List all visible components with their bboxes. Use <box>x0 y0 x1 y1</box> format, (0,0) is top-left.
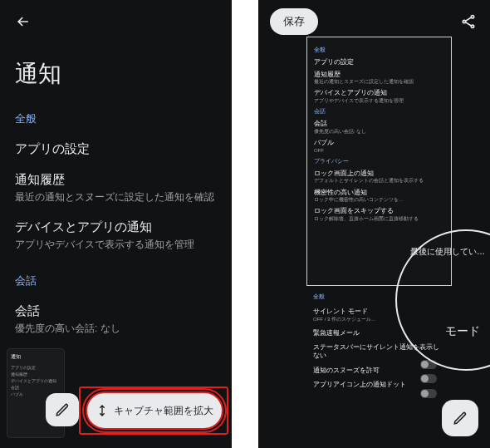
ex-row: バブルOFF <box>314 139 444 154</box>
thumb-line: デバイスとアプリの通知 <box>11 377 61 384</box>
row-title: 会話 <box>15 303 217 319</box>
ex-row: 通知履歴最近の通知とスヌーズに設定した通知を確認 <box>314 71 444 86</box>
settings-row-notification-history[interactable]: 通知履歴 最近の通知とスヌーズに設定した通知を確認 <box>15 172 217 204</box>
ex-section-header: 会話 <box>314 107 451 116</box>
settings-row-app-settings[interactable]: アプリの設定 <box>15 141 217 157</box>
section-header-conversations: 会話 <box>15 273 232 288</box>
extend-capture-button[interactable]: キャプチャ範囲を拡大 <box>86 391 223 430</box>
settings-row-device-app-notifications[interactable]: デバイスとアプリの通知 アプリやデバイスで表示する通知を管理 <box>15 219 217 252</box>
save-label: 保存 <box>283 14 305 29</box>
settings-row-conversations[interactable]: 会話 優先度の高い会話: なし <box>15 303 217 336</box>
ex-row-silent-mode[interactable]: サイレント モードOFF / 3 件のスケジュール… <box>313 308 445 322</box>
ex-row-emergency-mail[interactable]: 緊急速報メール <box>313 329 445 337</box>
ex-row: デバイスとアプリの通知アプリやデバイスで表示する通知を管理 <box>314 89 444 104</box>
ex-row-statusbar-silent[interactable]: ステータスバーにサイレント通知を表示しない <box>313 343 445 359</box>
row-subtitle: アプリやデバイスで表示する通知を管理 <box>15 238 217 252</box>
expand-vertical-icon <box>96 404 109 417</box>
thumb-title: 通知 <box>11 353 61 362</box>
thumb-line: 通知履歴 <box>11 371 61 377</box>
row-title: アプリの設定 <box>15 141 217 157</box>
ex-section-header: 全般 <box>313 293 452 301</box>
ex-section-header: プライバシー <box>314 157 451 165</box>
thumb-line: アプリの設定 <box>11 364 61 371</box>
row-subtitle: 優先度の高い会話: なし <box>15 322 217 336</box>
mode-hint-text: 最後に使用してい… <box>410 246 485 258</box>
ex-row: ロック画面上の通知デフォルトとサイレントの会話と通知を表示する <box>314 170 444 185</box>
row-title: デバイスとアプリの通知 <box>15 219 217 235</box>
row-subtitle: 最近の通知とスヌーズに設定した通知を確認 <box>15 190 217 204</box>
ex-row-snooze[interactable]: 通知のスヌーズを許可 <box>313 367 445 375</box>
pencil-icon <box>453 411 468 426</box>
pencil-icon <box>55 402 70 417</box>
thumb-line: 会話 <box>11 384 61 391</box>
mode-label: モード <box>445 324 480 339</box>
ex-row: 機密性の高い通知ロック中に機密性の高いコンテンツを… <box>314 189 444 204</box>
arrow-left-icon <box>15 13 32 30</box>
back-button[interactable] <box>8 7 38 37</box>
edit-fab[interactable] <box>46 393 79 426</box>
extend-capture-label: キャプチャ範囲を拡大 <box>114 404 213 418</box>
svg-point-1 <box>463 20 465 22</box>
section-header-general: 全般 <box>15 111 232 126</box>
svg-point-0 <box>471 16 473 18</box>
ex-section-header: 全般 <box>314 46 451 54</box>
share-button[interactable] <box>458 12 478 32</box>
share-icon <box>460 13 477 30</box>
edit-fab[interactable] <box>442 400 478 436</box>
ex-row: 会話優先度の高い会話: なし <box>314 120 444 135</box>
ex-row-dot[interactable]: アプリアイコン上の通知ドット <box>313 381 445 389</box>
save-button[interactable]: 保存 <box>270 8 318 35</box>
ex-row: アプリの設定 <box>314 58 444 66</box>
svg-point-2 <box>471 25 473 27</box>
row-title: 通知履歴 <box>15 172 217 188</box>
phone-right: 保存 全般 アプリの設定 通知履歴最近の通知とスヌーズに設定した通知を確認 デバ… <box>258 0 490 448</box>
phone-left: 通知 全般 アプリの設定 通知履歴 最近の通知とスヌーズに設定した通知を確認 デ… <box>0 0 232 448</box>
toggle-switch[interactable] <box>420 389 437 398</box>
page-title: 通知 <box>15 58 232 90</box>
below-expanded-area: 全般 サイレント モードOFF / 3 件のスケジュール… 緊急速報メール ステ… <box>306 286 452 392</box>
ex-row: ロック画面をスキップするロック解除後、直接ホーム画面に直接移動する <box>314 207 444 222</box>
